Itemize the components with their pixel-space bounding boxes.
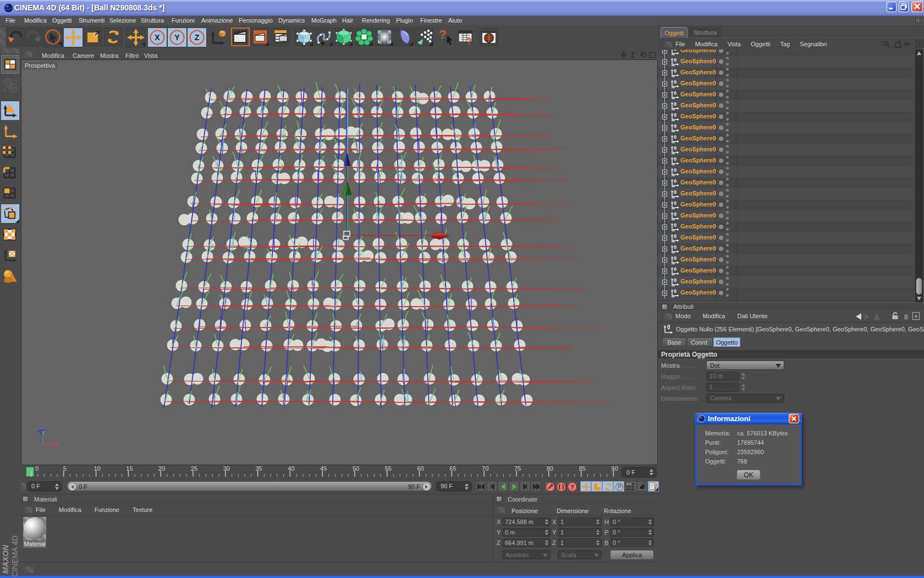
svg-text:Z: Z — [195, 33, 200, 42]
svg-text:0: 0 — [674, 145, 676, 151]
svg-text:0: 0 — [667, 324, 670, 330]
svg-text:?: ? — [570, 484, 574, 490]
svg-text:65: 65 — [449, 465, 456, 472]
svg-text:30: 30 — [223, 465, 230, 472]
svg-text:90: 90 — [611, 465, 618, 472]
svg-text:0: 0 — [674, 277, 676, 283]
svg-text:z: z — [43, 426, 46, 431]
svg-text:70: 70 — [482, 465, 488, 472]
svg-text:0: 0 — [674, 255, 676, 261]
svg-text:0: 0 — [674, 167, 676, 173]
svg-text:35: 35 — [255, 465, 262, 472]
svg-text:0: 0 — [674, 57, 676, 63]
svg-text:0: 0 — [35, 465, 38, 472]
svg-text:X: X — [155, 33, 160, 42]
svg-text:10: 10 — [94, 465, 100, 472]
svg-text:60: 60 — [417, 465, 424, 472]
svg-text:?: ? — [466, 37, 472, 46]
svg-text:0: 0 — [674, 50, 676, 52]
svg-text:X: X — [56, 442, 59, 448]
svg-text:0: 0 — [674, 222, 676, 228]
svg-text:25: 25 — [191, 465, 197, 472]
svg-text:0: 0 — [674, 134, 676, 140]
svg-text:85: 85 — [579, 465, 585, 472]
svg-text:0: 0 — [674, 189, 676, 195]
svg-text:50: 50 — [353, 465, 359, 472]
svg-text:75: 75 — [514, 465, 521, 472]
svg-text:0: 0 — [674, 266, 676, 272]
svg-text:40: 40 — [288, 465, 294, 472]
svg-text:0: 0 — [674, 112, 676, 118]
svg-text:5: 5 — [63, 465, 67, 472]
svg-text:0: 0 — [674, 200, 676, 206]
svg-text:P: P — [618, 484, 622, 490]
svg-text:0: 0 — [674, 288, 676, 294]
svg-text:0: 0 — [674, 79, 676, 85]
svg-text:Y: Y — [41, 430, 45, 437]
svg-text:20: 20 — [158, 465, 165, 472]
svg-text:0: 0 — [674, 233, 676, 239]
svg-text:0: 0 — [674, 123, 676, 129]
svg-text:15: 15 — [126, 465, 133, 472]
svg-text:0: 0 — [674, 101, 676, 107]
svg-text:0: 0 — [674, 90, 676, 96]
svg-text:0: 0 — [674, 244, 676, 250]
svg-text:0: 0 — [674, 68, 676, 74]
svg-text:0: 0 — [674, 178, 676, 184]
svg-text:55: 55 — [385, 465, 392, 472]
svg-text:0: 0 — [674, 211, 676, 217]
svg-text:45: 45 — [320, 465, 327, 472]
svg-text:?: ? — [439, 28, 446, 41]
svg-text:80: 80 — [547, 465, 553, 472]
svg-text:Y: Y — [174, 33, 180, 42]
svg-text:0: 0 — [674, 156, 676, 162]
